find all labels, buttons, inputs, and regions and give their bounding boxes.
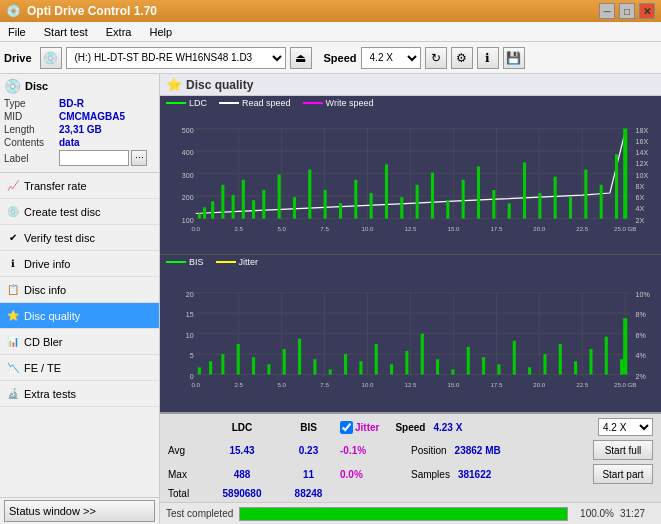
extra-tests-icon: 🔬 [6,387,20,401]
nav-transfer-rate[interactable]: 📈 Transfer rate [0,173,159,199]
svg-rect-138 [620,359,623,374]
settings-btn[interactable]: ⚙ [451,47,473,69]
position-label: Position [411,445,447,456]
svg-text:5.0: 5.0 [277,380,286,387]
jitter-avg: -0.1% [340,445,395,456]
svg-text:20.0: 20.0 [533,225,546,232]
svg-text:7.5: 7.5 [320,225,329,232]
menu-start-test[interactable]: Start test [40,24,92,40]
status-window-btn[interactable]: Status window >> [4,500,155,522]
avg-label: Avg [168,445,203,456]
charts-container: LDC Read speed Write speed [160,96,661,412]
nav-extra-tests[interactable]: 🔬 Extra tests [0,381,159,407]
nav-disc-info[interactable]: 📋 Disc info [0,277,159,303]
nav-drive-info[interactable]: ℹ Drive info [0,251,159,277]
svg-text:300: 300 [182,172,194,180]
info-btn[interactable]: ℹ [477,47,499,69]
nav-fe-te-label: FE / TE [24,362,61,374]
nav-fe-te[interactable]: 📉 FE / TE [0,355,159,381]
nav-extra-tests-label: Extra tests [24,388,76,400]
drive-icon-btn[interactable]: 💿 [40,47,62,69]
nav-verify-test-disc-label: Verify test disc [24,232,95,244]
nav-create-test-disc-label: Create test disc [24,206,100,218]
chart1-area: LDC Read speed Write speed [160,96,661,255]
nav-disc-quality[interactable]: ⭐ Disc quality [0,303,159,329]
disc-panel: 💿 Disc Type BD-R MID CMCMAGBA5 Length 23… [0,74,159,173]
legend-ldc: LDC [166,98,207,108]
svg-text:15: 15 [186,311,194,319]
toolbar: Drive 💿 (H:) HL-DT-ST BD-RE WH16NS48 1.D… [0,42,661,74]
jitter-col-header: Jitter [355,422,379,433]
nav-verify-test-disc[interactable]: ✔ Verify test disc [0,225,159,251]
speed-dropdown[interactable]: 4.2 X [598,418,653,436]
menu-help[interactable]: Help [145,24,176,40]
speed-label: Speed [324,52,357,64]
svg-text:400: 400 [182,149,194,157]
label-input[interactable] [59,150,129,166]
nav-create-test-disc[interactable]: 💿 Create test disc [0,199,159,225]
ldc-max: 488 [207,469,277,480]
svg-rect-56 [385,164,388,218]
svg-text:10.0: 10.0 [362,380,375,387]
svg-text:25.0 GB: 25.0 GB [614,380,636,387]
total-label: Total [168,488,203,499]
svg-rect-48 [262,190,265,219]
svg-rect-50 [293,197,296,218]
legend-ldc-label: LDC [189,98,207,108]
svg-text:25.0 GB: 25.0 GB [614,225,636,232]
transfer-rate-icon: 📈 [6,179,20,193]
svg-rect-54 [354,180,357,219]
svg-text:14X: 14X [635,149,648,157]
minimize-button[interactable]: ─ [599,3,615,19]
svg-text:2.5: 2.5 [234,225,243,232]
legend-jitter-label: Jitter [239,257,259,267]
svg-rect-72 [623,129,627,219]
svg-rect-42 [203,207,206,218]
label-browse-btn[interactable]: ⋯ [131,150,147,166]
svg-rect-110 [198,367,201,374]
close-button[interactable]: ✕ [639,3,655,19]
svg-rect-133 [543,354,546,374]
position-value: 23862 MB [455,445,501,456]
svg-text:10.0: 10.0 [362,225,375,232]
menu-file[interactable]: File [4,24,30,40]
mid-label: MID [4,111,59,122]
svg-text:17.5: 17.5 [490,380,503,387]
refresh-btn[interactable]: ↻ [425,47,447,69]
svg-rect-52 [324,190,327,219]
eject-btn[interactable]: ⏏ [290,47,312,69]
speed-select[interactable]: 4.2 X [361,47,421,69]
svg-rect-43 [211,201,214,218]
progress-area: Test completed 100.0% 31:27 [160,502,661,524]
maximize-button[interactable]: □ [619,3,635,19]
svg-rect-134 [559,343,562,374]
jitter-checkbox[interactable] [340,421,353,434]
svg-text:12.5: 12.5 [405,225,418,232]
start-full-btn[interactable]: Start full [593,440,653,460]
menu-extra[interactable]: Extra [102,24,136,40]
svg-rect-119 [329,369,332,374]
bis-avg: 0.23 [281,445,336,456]
svg-text:17.5: 17.5 [490,225,503,232]
svg-rect-53 [339,203,342,218]
start-part-btn[interactable]: Start part [593,464,653,484]
status-text: Test completed [166,508,233,519]
svg-rect-117 [298,338,301,374]
svg-text:22.5: 22.5 [576,380,589,387]
disc-info-icon: 📋 [6,283,20,297]
svg-text:10: 10 [186,331,194,339]
verify-disc-icon: ✔ [6,231,20,245]
ldc-avg: 15.43 [207,445,277,456]
chart1-svg: 500 400 300 200 100 18X 16X 14X 12X 10X … [160,110,661,250]
nav-items: 📈 Transfer rate 💿 Create test disc ✔ Ver… [0,173,159,497]
nav-cd-bler[interactable]: 📊 CD Bler [0,329,159,355]
svg-rect-124 [405,351,408,375]
svg-rect-55 [370,193,373,219]
svg-rect-129 [482,357,485,374]
drive-select[interactable]: (H:) HL-DT-ST BD-RE WH16NS48 1.D3 [66,47,286,69]
svg-rect-123 [390,364,393,374]
save-btn[interactable]: 💾 [503,47,525,69]
svg-text:15.0: 15.0 [447,380,460,387]
contents-value: data [59,137,80,148]
svg-text:12.5: 12.5 [405,380,418,387]
